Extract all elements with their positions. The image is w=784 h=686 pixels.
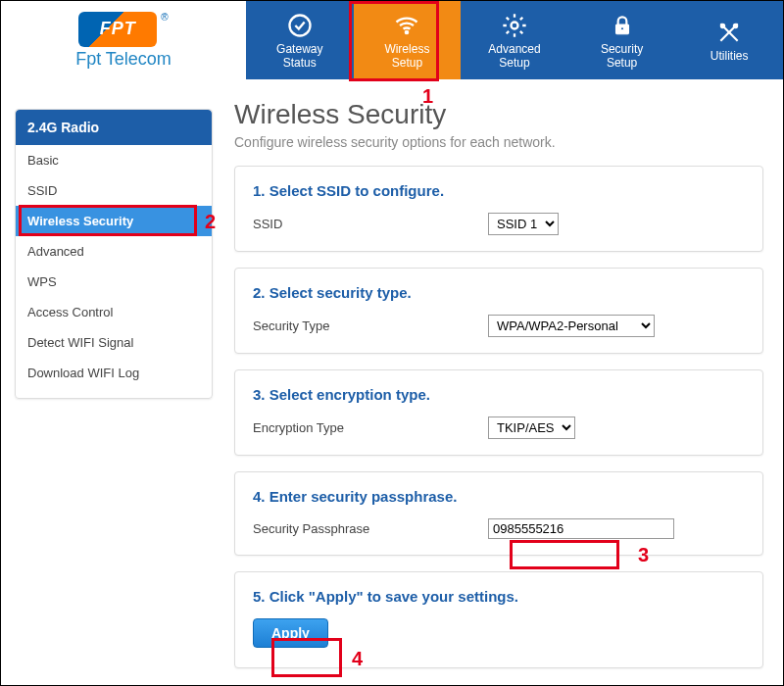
sidebar-item-download-wifi-log[interactable]: Download WIFI Log <box>16 358 212 388</box>
header: FPT ® Fpt Telecom GatewayStatus Wireless… <box>1 1 783 79</box>
panel-apply: 5. Click "Apply" to save your settings. … <box>234 571 763 668</box>
passphrase-label: Security Passphrase <box>253 521 488 536</box>
svg-point-0 <box>289 16 310 36</box>
ssid-select[interactable]: SSID 1 <box>488 213 559 235</box>
panel-encryption-type: 3. Select encryption type. Encryption Ty… <box>234 369 763 456</box>
sidebar-header: 2.4G Radio <box>16 110 212 145</box>
panel-title: 4. Enter security passphrase. <box>253 488 745 505</box>
logo-mark: FPT <box>78 12 157 47</box>
main: 2.4G Radio Basic SSID Wireless Security … <box>1 79 783 686</box>
encryption-type-select[interactable]: TKIP/AES <box>488 416 575 439</box>
sidebar-item-wps[interactable]: WPS <box>16 267 212 297</box>
security-type-label: Security Type <box>253 318 488 333</box>
sidebar-item-advanced[interactable]: Advanced <box>16 236 212 267</box>
svg-point-2 <box>511 23 517 29</box>
panel-title: 2. Select security type. <box>253 284 745 301</box>
svg-point-4 <box>620 27 623 30</box>
topnav-gateway-status[interactable]: GatewayStatus <box>246 1 354 79</box>
registered-icon: ® <box>161 12 168 23</box>
panel-title: 5. Click "Apply" to save your settings. <box>253 588 745 605</box>
svg-point-5 <box>721 24 725 27</box>
page-subtitle: Configure wireless security options for … <box>234 134 763 150</box>
content: Wireless Security Configure wireless sec… <box>226 79 783 686</box>
sidebar-item-detect-wifi-signal[interactable]: Detect WIFI Signal <box>16 327 212 358</box>
topnav-label: GatewayStatus <box>276 42 322 70</box>
topnav-label: SecuritySetup <box>601 42 643 70</box>
topnav-advanced-setup[interactable]: AdvancedSetup <box>461 1 568 79</box>
ssid-label: SSID <box>253 217 488 231</box>
panel-security-type: 2. Select security type. Security Type W… <box>234 268 763 354</box>
panel-title: 1. Select SSID to configure. <box>253 182 745 199</box>
passphrase-input[interactable] <box>488 518 674 539</box>
logo-area: FPT ® Fpt Telecom <box>1 1 246 79</box>
tools-icon <box>714 18 744 47</box>
sidebar: 2.4G Radio Basic SSID Wireless Security … <box>1 79 226 686</box>
sidebar-item-basic[interactable]: Basic <box>16 145 212 175</box>
sidebar-item-wireless-security[interactable]: Wireless Security <box>16 206 212 236</box>
svg-point-6 <box>734 24 738 27</box>
topnav-wireless-setup[interactable]: WirelessSetup <box>354 1 462 79</box>
svg-point-1 <box>406 30 410 34</box>
apply-button[interactable]: Apply <box>253 618 328 648</box>
topnav-security-setup[interactable]: SecuritySetup <box>568 1 676 79</box>
encryption-type-label: Encryption Type <box>253 420 488 435</box>
topnav-utilities[interactable]: Utilities <box>675 1 783 79</box>
topnav: GatewayStatus WirelessSetup AdvancedSetu… <box>246 1 783 79</box>
logo-mark-text: FPT <box>100 19 136 39</box>
gear-icon <box>500 11 529 40</box>
lock-icon <box>608 11 637 40</box>
topnav-label: AdvancedSetup <box>488 42 540 70</box>
sidebar-box: 2.4G Radio Basic SSID Wireless Security … <box>15 109 213 399</box>
wifi-icon <box>392 11 421 40</box>
topnav-label: Utilities <box>710 49 749 63</box>
sidebar-item-ssid[interactable]: SSID <box>16 175 212 206</box>
security-type-select[interactable]: WPA/WPA2-Personal <box>488 315 655 337</box>
topnav-label: WirelessSetup <box>384 42 429 70</box>
sidebar-item-access-control[interactable]: Access Control <box>16 297 212 327</box>
panel-ssid: 1. Select SSID to configure. SSID SSID 1 <box>234 166 763 252</box>
panel-title: 3. Select encryption type. <box>253 386 745 403</box>
panel-passphrase: 4. Enter security passphrase. Security P… <box>234 471 763 556</box>
check-circle-icon <box>285 11 315 40</box>
logo-text: Fpt Telecom <box>75 49 172 70</box>
page-title: Wireless Security <box>234 99 763 130</box>
